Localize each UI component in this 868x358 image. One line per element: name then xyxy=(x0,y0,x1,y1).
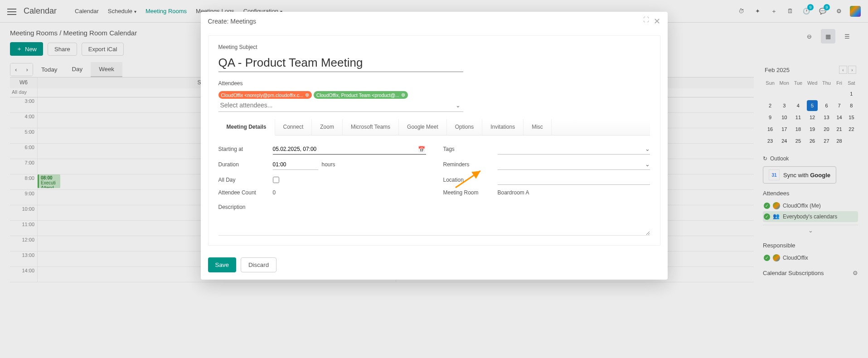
all-day-label: All Day xyxy=(218,177,273,183)
starting-at-label: Starting at xyxy=(218,146,273,152)
description-label: Description xyxy=(218,204,650,210)
description-textarea[interactable] xyxy=(218,218,650,236)
attendee-count-label: Attendee Count xyxy=(218,189,273,196)
location-label: Location xyxy=(443,177,498,183)
attendee-input[interactable] xyxy=(218,101,451,110)
modal-backdrop: Create: Meetings ⛶ ✕ Meeting Subject Att… xyxy=(0,0,868,354)
duration-label: Duration xyxy=(218,161,273,168)
attendee-chip: CloudOffix <noreply@pm.cloudoffix.c... ⊗ xyxy=(218,91,312,99)
calendar-picker-icon[interactable]: 📅 xyxy=(418,146,425,153)
location-input[interactable] xyxy=(498,174,650,185)
close-icon[interactable]: ✕ xyxy=(654,16,660,26)
remove-chip-icon[interactable]: ⊗ xyxy=(305,92,309,98)
attendees-label: Attendees xyxy=(218,80,650,87)
tab-connect[interactable]: Connect xyxy=(275,119,312,135)
tags-label: Tags xyxy=(443,146,498,152)
meeting-room-label: Meeting Room xyxy=(443,189,498,196)
discard-button[interactable]: Discard xyxy=(241,257,276,272)
modal-title: Create: Meetings xyxy=(208,18,257,25)
subject-input[interactable] xyxy=(218,54,463,72)
subject-label: Meeting Subject xyxy=(218,44,650,50)
tab-misc[interactable]: Misc xyxy=(524,119,552,135)
tab-zoom[interactable]: Zoom xyxy=(312,119,343,135)
starting-at-input[interactable] xyxy=(273,144,426,155)
meeting-room-value: Boardroom A xyxy=(498,189,529,196)
create-meeting-modal: Create: Meetings ⛶ ✕ Meeting Subject Att… xyxy=(201,12,668,280)
duration-unit: hours xyxy=(322,161,335,168)
attendees-field[interactable]: CloudOffix <noreply@pm.cloudoffix.c... ⊗… xyxy=(218,90,463,112)
tab-invitations[interactable]: Invitations xyxy=(482,119,524,135)
tab-teams[interactable]: Microsoft Teams xyxy=(343,119,399,135)
save-button[interactable]: Save xyxy=(208,257,236,272)
tab-options[interactable]: Options xyxy=(447,119,482,135)
reminders-label: Reminders xyxy=(443,161,498,168)
attendee-count-value: 0 xyxy=(273,189,276,196)
tab-meeting-details[interactable]: Meeting Details xyxy=(218,119,275,135)
expand-icon[interactable]: ⛶ xyxy=(643,16,649,26)
reminders-select[interactable]: ⌄ xyxy=(498,159,650,170)
remove-chip-icon[interactable]: ⊗ xyxy=(401,92,405,98)
all-day-checkbox[interactable] xyxy=(273,177,279,183)
duration-input[interactable] xyxy=(273,160,318,170)
tags-select[interactable]: ⌄ xyxy=(498,144,650,155)
chevron-down-icon[interactable]: ⌄ xyxy=(453,102,463,109)
tab-gmeet[interactable]: Google Meet xyxy=(399,119,447,135)
attendee-chip: CloudOffix, Product Team <product@... ⊗ xyxy=(314,91,408,99)
